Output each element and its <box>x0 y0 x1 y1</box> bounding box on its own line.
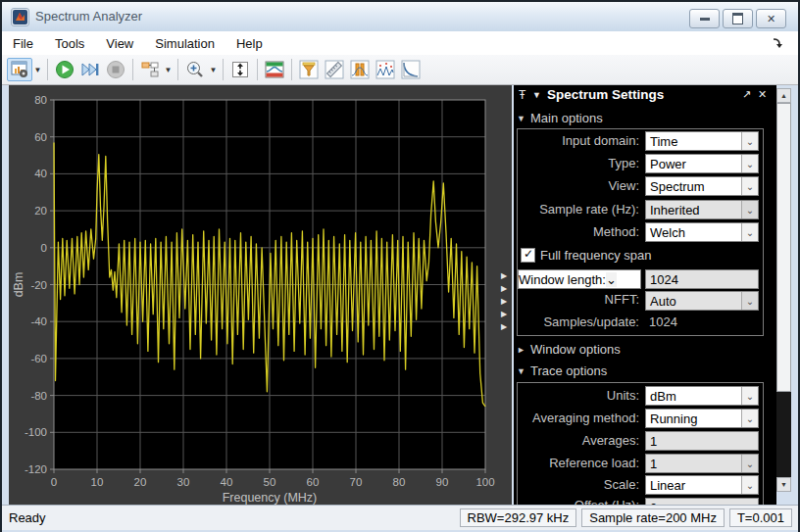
main-options-header[interactable]: ▼Main options <box>517 111 603 125</box>
fit-to-view-button[interactable] <box>227 58 253 81</box>
reference-load-select[interactable]: 1⌄ <box>645 454 759 473</box>
scroll-up-icon[interactable]: ▲ <box>776 88 791 103</box>
zoom-in-dropdown[interactable]: ▼ <box>208 58 219 81</box>
spectrum-view-button[interactable] <box>262 58 287 81</box>
ccdf-measurements-icon <box>401 60 421 79</box>
minimize-icon <box>700 18 710 21</box>
svg-text:70: 70 <box>350 476 363 488</box>
trace-options-header[interactable]: ▼Trace options <box>517 363 607 378</box>
expander-arrow-icon: ▶ <box>501 322 511 331</box>
chevron-down-icon: ⌄ <box>741 476 758 494</box>
undock-icon[interactable]: ↗ <box>742 88 751 101</box>
ccdf-measurements-button[interactable] <box>398 58 424 81</box>
pin-icon[interactable]: Ŧ <box>519 88 525 102</box>
right-margin <box>791 85 798 505</box>
type-select[interactable]: Power⌄ <box>645 154 759 173</box>
svg-text:20: 20 <box>34 205 47 217</box>
svg-text:0: 0 <box>51 476 57 488</box>
window-length-select[interactable]: Window length:⌄ <box>518 269 641 289</box>
svg-text:-120: -120 <box>25 463 47 475</box>
svg-text:Frequency (MHz): Frequency (MHz) <box>223 491 318 505</box>
svg-text:40: 40 <box>221 476 233 488</box>
settings-header: Ŧ ▼ Spectrum Settings ↗ ✕ <box>514 87 776 107</box>
averaging-method-select[interactable]: Running⌄ <box>645 409 759 428</box>
svg-text:60: 60 <box>34 131 47 143</box>
distortion-measurements-button[interactable] <box>296 58 322 81</box>
channel-measurements-icon <box>350 60 370 79</box>
status-sample-rate: Sample rate=200 MHz <box>581 508 725 527</box>
menu-view[interactable]: View <box>95 33 144 54</box>
reference-load-label: Reference load: <box>514 453 639 470</box>
channel-measurements-button[interactable] <box>347 58 373 81</box>
method-select[interactable]: Welch⌄ <box>645 222 759 242</box>
close-button[interactable]: ✕ <box>756 9 786 28</box>
toolbar-separator <box>291 59 292 80</box>
nfft-label: NFFT: <box>514 289 639 307</box>
title-bar[interactable]: Spectrum Analyzer ✕ <box>2 2 798 32</box>
spectrum-plot[interactable]: 0102030405060708090100806040200-20-40-60… <box>9 85 512 505</box>
run-button[interactable] <box>52 58 77 81</box>
spectrum-settings-panel: Ŧ ▼ Spectrum Settings ↗ ✕ ▼Main options … <box>514 85 776 505</box>
plot-widget: 0102030405060708090100806040200-20-40-60… <box>9 85 512 505</box>
simulink-blocks-dropdown[interactable]: ▼ <box>163 58 174 81</box>
dock-arrow-icon[interactable] <box>771 36 784 50</box>
scale-select[interactable]: Linear⌄ <box>645 475 759 495</box>
view-select[interactable]: Spectrum⌄ <box>645 176 759 196</box>
toolbar: ▼ <box>2 55 798 85</box>
averages-input[interactable]: 1 <box>645 431 759 451</box>
step-forward-icon <box>80 60 100 79</box>
status-message: Ready <box>9 510 46 525</box>
menu-simulation[interactable]: Simulation <box>144 33 225 54</box>
step-forward-button[interactable] <box>77 58 103 81</box>
zoom-in-button[interactable] <box>182 58 208 81</box>
full-frequency-span-checkbox[interactable]: ✓ <box>521 248 535 263</box>
svg-text:20: 20 <box>134 476 147 488</box>
toolbar-separator <box>47 59 48 80</box>
svg-text:-100: -100 <box>25 426 47 438</box>
svg-text:10: 10 <box>91 476 104 488</box>
peak-finder-button[interactable] <box>373 58 398 81</box>
minimize-button[interactable] <box>689 9 720 28</box>
scope-settings-button[interactable] <box>7 58 32 81</box>
nfft-select[interactable]: Auto⌄ <box>645 291 759 311</box>
maximize-button[interactable] <box>723 9 753 28</box>
toolbar-separator <box>257 59 258 80</box>
averages-label: Averages: <box>514 430 639 448</box>
status-rbw: RBW=292.97 kHz <box>460 508 577 527</box>
svg-text:60: 60 <box>307 476 320 488</box>
menu-file[interactable]: File <box>2 33 44 54</box>
simulink-blocks-button[interactable] <box>137 58 163 81</box>
full-frequency-span-label: Full frequency span <box>540 247 651 263</box>
units-select[interactable]: dBm⌄ <box>645 386 759 406</box>
cursor-measurements-button[interactable] <box>322 58 347 81</box>
chevron-down-icon: ⌄ <box>741 410 758 427</box>
sample-rate-select[interactable]: Inherited⌄ <box>645 200 759 219</box>
svg-text:80: 80 <box>34 94 47 106</box>
settings-scrollbar[interactable]: ▲ ▼ <box>776 88 791 492</box>
chevron-down-icon: ⌄ <box>741 177 758 195</box>
stop-button[interactable] <box>103 58 128 81</box>
expander-arrow-icon: ▶ <box>501 297 511 306</box>
scroll-down-icon[interactable]: ▼ <box>776 477 791 492</box>
scope-settings-dropdown[interactable]: ▼ <box>32 58 43 81</box>
chevron-down-icon: ⌄ <box>741 155 758 172</box>
app-icon <box>11 8 29 26</box>
panel-close-icon[interactable]: ✕ <box>758 88 767 101</box>
collapse-icon[interactable]: ▼ <box>532 90 541 100</box>
input-domain-select[interactable]: Time⌄ <box>645 131 759 151</box>
status-time: T=0.001 <box>729 508 792 527</box>
input-domain-label: Input domain: <box>514 130 639 148</box>
menu-tools[interactable]: Tools <box>44 33 95 54</box>
window-length-input[interactable]: 1024 <box>645 269 759 289</box>
chevron-down-icon: ⌄ <box>741 455 758 472</box>
scrollbar-thumb[interactable] <box>776 103 791 392</box>
chevron-down-icon: ⌄ <box>741 223 758 241</box>
panel-expander[interactable]: ▶ ▶ ▶ ▶ ▶ <box>501 271 511 331</box>
offset-label: Offset (Hz): <box>514 495 639 505</box>
cursor-measurements-ruler-icon <box>325 60 344 79</box>
window-options-header[interactable]: ►Window options <box>517 342 621 357</box>
toolbar-separator <box>223 59 224 80</box>
offset-input[interactable]: 0 <box>645 498 759 505</box>
menu-help[interactable]: Help <box>225 33 274 54</box>
peak-finder-icon <box>375 60 395 79</box>
